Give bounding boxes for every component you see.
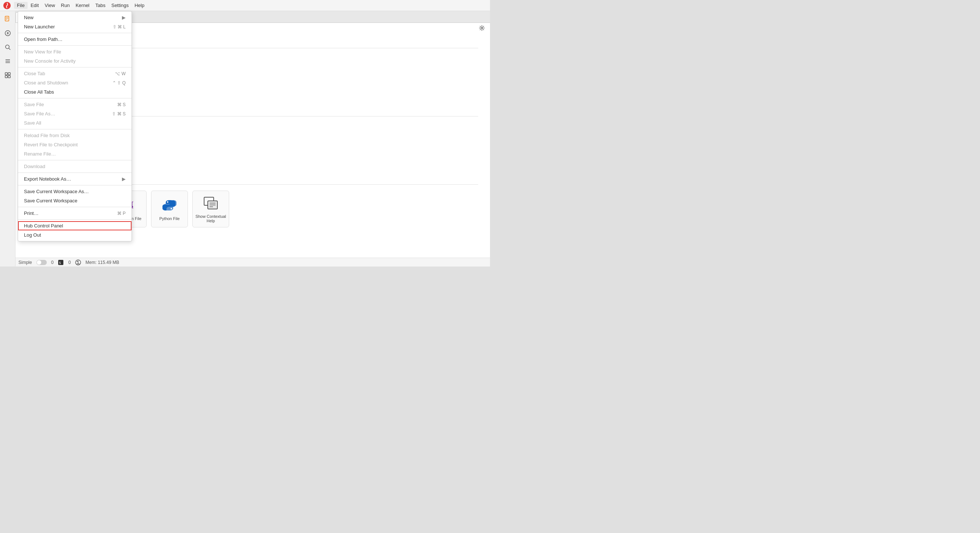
menu-tabs[interactable]: Tabs — [92, 2, 108, 9]
sep8 — [18, 185, 132, 185]
menu-item-new-console: New Console for Activity — [18, 56, 132, 65]
menu-item-hub-control[interactable]: Hub Control Panel — [18, 221, 132, 230]
toggle-track — [37, 260, 47, 265]
menu-item-close-shutdown-label: Close and Shutdown — [24, 80, 68, 86]
sep7 — [18, 172, 132, 173]
contextual-help-icon — [203, 195, 219, 211]
menu-item-logout[interactable]: Log Out — [18, 230, 132, 239]
menu-item-close-shutdown: Close and Shutdown ⌃ ⇧ Q — [18, 78, 132, 87]
menu-file[interactable]: File — [14, 2, 28, 9]
status-count1: 0 — [51, 260, 54, 265]
contextual-help-label: Show Contextual Help — [192, 214, 229, 223]
sidebar-icon-running[interactable] — [1, 27, 14, 40]
menu-item-export-arrow: ▶ — [122, 176, 126, 182]
menu-item-new-label: New — [24, 15, 33, 20]
sep3 — [18, 67, 132, 67]
menu-item-reload-label: Reload File from Disk — [24, 133, 70, 138]
menu-item-new-arrow: ▶ — [122, 15, 126, 20]
sep4 — [18, 98, 132, 99]
sidebar — [0, 11, 16, 266]
menu-item-new-view: New View for File — [18, 47, 132, 56]
menu-run[interactable]: Run — [58, 2, 73, 9]
toggle-thumb — [37, 260, 41, 265]
menu-settings[interactable]: Settings — [108, 2, 132, 9]
svg-rect-6 — [7, 32, 8, 34]
menu-item-download-label: Download — [24, 164, 45, 169]
settings-icon[interactable] — [477, 23, 487, 33]
menu-view[interactable]: View — [41, 2, 58, 9]
menu-item-new-console-label: New Console for Activity — [24, 58, 76, 64]
menu-item-save-all-label: Save All — [24, 120, 41, 126]
menu-item-reload: Reload File from Disk — [18, 131, 132, 140]
menu-item-new-view-label: New View for File — [24, 49, 61, 54]
menu-item-revert: Revert File to Checkpoint — [18, 140, 132, 149]
menu-item-close-all[interactable]: Close All Tabs — [18, 87, 132, 97]
menu-item-new-launcher-label: New Launcher — [24, 24, 55, 29]
card-python-file[interactable]: Python File — [151, 191, 188, 227]
statusbar: Simple 0 $ 0 Mem: 115.49 MB — [16, 258, 490, 266]
status-mem: Mem: 115.49 MB — [86, 260, 119, 265]
menu-item-new[interactable]: New ▶ — [18, 13, 132, 22]
sidebar-icon-extensions[interactable] — [1, 69, 14, 82]
status-count2: 0 — [68, 260, 71, 265]
menu-item-close-tab: Close Tab ⌥ W — [18, 69, 132, 78]
menu-item-open-path[interactable]: Open from Path… — [18, 35, 132, 44]
svg-text:$: $ — [59, 261, 61, 265]
menu-item-print-shortcut: ⌘ P — [117, 211, 126, 216]
menu-item-close-tab-label: Close Tab — [24, 71, 45, 76]
menu-edit[interactable]: Edit — [28, 2, 41, 9]
sep9 — [18, 207, 132, 207]
sep6 — [18, 160, 132, 160]
svg-rect-13 — [5, 73, 7, 75]
status-icon2 — [75, 260, 81, 265]
menu-item-save-workspace-as-label: Save Current Workspace As… — [24, 189, 89, 194]
menu-item-download: Download — [18, 162, 132, 171]
sidebar-icon-files[interactable] — [1, 13, 14, 26]
svg-point-32 — [167, 201, 169, 203]
menu-item-close-shutdown-shortcut: ⌃ ⇧ Q — [112, 80, 126, 86]
menu-item-hub-control-label: Hub Control Panel — [24, 223, 63, 228]
svg-rect-14 — [8, 73, 10, 75]
menu-item-print-label: Print… — [24, 211, 39, 216]
menu-item-save-workspace-label: Save Current Workspace — [24, 198, 77, 203]
menu-item-save-workspace[interactable]: Save Current Workspace — [18, 196, 132, 205]
menu-item-save-as-shortcut: ⇧ ⌘ S — [112, 111, 126, 116]
svg-rect-7 — [8, 32, 8, 34]
mode-toggle[interactable] — [37, 260, 47, 265]
status-mode: Simple — [18, 260, 32, 265]
svg-line-9 — [9, 48, 10, 50]
menu-item-save-as-label: Save File As… — [24, 111, 55, 116]
menu-item-save: Save File ⌘ S — [18, 100, 132, 109]
menu-item-rename: Rename File… — [18, 149, 132, 158]
menu-help[interactable]: Help — [132, 2, 147, 9]
menu-item-new-launcher-shortcut: ⇧ ⌘ L — [113, 24, 126, 29]
menubar: File Edit View Run Kernel Tabs Settings … — [0, 0, 490, 11]
sep1 — [18, 33, 132, 33]
menu-item-print[interactable]: Print… ⌘ P — [18, 209, 132, 218]
menu-item-logout-label: Log Out — [24, 232, 41, 238]
card-contextual-help[interactable]: Show Contextual Help — [192, 191, 229, 227]
python-file-label: Python File — [159, 216, 180, 221]
svg-rect-15 — [5, 75, 7, 78]
menu-item-export[interactable]: Export Notebook As… ▶ — [18, 174, 132, 184]
menu-kernel[interactable]: Kernel — [73, 2, 92, 9]
svg-point-8 — [6, 45, 9, 49]
menu-item-save-shortcut: ⌘ S — [117, 102, 126, 107]
svg-point-17 — [481, 27, 483, 29]
menu-item-save-workspace-as[interactable]: Save Current Workspace As… — [18, 187, 132, 196]
status-icon1: $ — [58, 260, 64, 265]
menu-item-close-all-label: Close All Tabs — [24, 89, 54, 95]
sep5 — [18, 129, 132, 129]
menu-item-revert-label: Revert File to Checkpoint — [24, 142, 78, 147]
menu-item-save-as: Save File As… ⇧ ⌘ S — [18, 109, 132, 118]
sidebar-icon-commands[interactable] — [1, 54, 14, 68]
menu-item-save-label: Save File — [24, 102, 44, 107]
svg-rect-4 — [6, 19, 7, 19]
menu-item-open-path-label: Open from Path… — [24, 37, 63, 42]
menu-item-new-launcher[interactable]: New Launcher ⇧ ⌘ L — [18, 22, 132, 31]
menu-item-rename-label: Rename File… — [24, 151, 56, 156]
sidebar-icon-search[interactable] — [1, 41, 14, 54]
menu-item-export-label: Export Notebook As… — [24, 176, 71, 182]
sep2 — [18, 45, 132, 46]
svg-point-33 — [170, 208, 172, 209]
